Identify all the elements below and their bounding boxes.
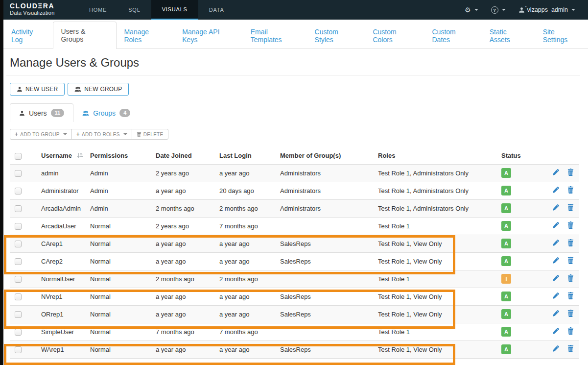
delete-user-button[interactable] — [567, 310, 574, 317]
cell-groups: SalesReps — [276, 252, 374, 270]
nav-item-sql[interactable]: SQL — [118, 0, 151, 20]
row-checkbox[interactable] — [15, 258, 22, 265]
delete-user-button[interactable] — [567, 221, 574, 229]
cell-date-joined: 2 years ago — [152, 217, 215, 235]
delete-user-button[interactable] — [567, 186, 574, 194]
status-badge: A — [501, 327, 511, 337]
edit-user-button[interactable] — [552, 345, 560, 352]
cell-date-joined: 2 months ago — [152, 199, 215, 217]
edit-user-button[interactable] — [552, 327, 560, 335]
table-header-row: Username Permissions Date Joined Last Lo… — [10, 147, 579, 164]
edit-user-button[interactable] — [552, 257, 560, 264]
cell-groups: SalesReps — [276, 235, 374, 252]
nav-item-home[interactable]: HOME — [78, 0, 118, 20]
cell-last-login: a year ago — [215, 235, 276, 252]
table-row: admin Admin 2 years ago a year ago Admin… — [10, 164, 579, 182]
row-checkbox[interactable] — [15, 241, 22, 247]
col-header-groups[interactable]: Member of Group(s) — [276, 147, 374, 164]
cell-permissions: Normal — [86, 305, 152, 323]
row-checkbox[interactable] — [15, 188, 22, 195]
users-group-icon — [74, 86, 81, 92]
cell-roles: Test Role 1, View Only — [374, 235, 497, 252]
col-header-date-joined[interactable]: Date Joined — [152, 147, 215, 164]
top-nav-items: HOME SQL VISUALS DATA — [78, 0, 235, 20]
row-checkbox[interactable] — [15, 223, 22, 230]
subnav-tab-site-settings[interactable]: Site Settings — [536, 23, 588, 49]
row-checkbox[interactable] — [15, 276, 22, 283]
cell-roles: Test Role 1, Administrators Only — [374, 182, 497, 199]
cell-permissions: Normal — [86, 341, 152, 358]
delete-user-button[interactable] — [567, 239, 574, 246]
row-checkbox[interactable] — [15, 346, 22, 353]
nav-item-visuals[interactable]: VISUALS — [151, 0, 198, 20]
row-checkbox[interactable] — [15, 329, 22, 336]
users-table: Username Permissions Date Joined Last Lo… — [10, 147, 579, 359]
cell-last-login: 7 months ago — [215, 323, 276, 341]
edit-user-button[interactable] — [552, 274, 560, 282]
subnav-tab-email-templates[interactable]: Email Templates — [243, 23, 307, 49]
pencil-icon — [552, 346, 560, 354]
cell-last-login: a year ago — [215, 288, 276, 305]
table-row: ArcadiaAdmin Admin 2 months ago 2 months… — [10, 199, 579, 217]
edit-user-button[interactable] — [552, 204, 560, 211]
row-checkbox[interactable] — [15, 293, 22, 300]
help-menu[interactable]: ? — [491, 6, 506, 14]
subnav-tab-custom-styles[interactable]: Custom Styles — [307, 23, 366, 49]
subnav-tab-activity-log[interactable]: Activity Log — [4, 23, 53, 49]
table-row: ArcadiaUser Normal 2 years ago 7 months … — [10, 217, 579, 235]
col-header-username[interactable]: Username — [41, 152, 72, 159]
user-menu[interactable]: * vizapps_admin — [518, 6, 575, 13]
edit-user-button[interactable] — [552, 310, 560, 317]
new-user-label: NEW USER — [25, 86, 58, 93]
settings-menu[interactable]: ⚙ — [465, 6, 478, 13]
cell-last-login: 2 months ago — [215, 270, 276, 288]
row-checkbox[interactable] — [15, 311, 22, 318]
col-header-last-login[interactable]: Last Login — [215, 147, 276, 164]
delete-user-button[interactable] — [567, 274, 574, 282]
delete-user-button[interactable] — [567, 169, 574, 176]
edit-user-button[interactable] — [552, 239, 560, 246]
subnav-tab-users-groups[interactable]: Users & Groups — [53, 22, 117, 49]
delete-user-button[interactable] — [567, 327, 574, 335]
add-to-roles-button[interactable]: + ADD TO ROLES — [71, 129, 132, 140]
add-to-group-label: ADD TO GROUP — [20, 132, 59, 137]
delete-user-button[interactable] — [567, 257, 574, 264]
delete-user-button[interactable] — [567, 204, 574, 211]
table-wrap: Username Permissions Date Joined Last Lo… — [10, 147, 579, 359]
tab-users[interactable]: Users 11 — [10, 103, 73, 122]
pencil-icon — [552, 241, 560, 248]
delete-user-button[interactable] — [567, 292, 574, 299]
add-to-group-button[interactable]: + ADD TO GROUP — [10, 129, 72, 140]
table-row: Administrator Admin a year ago 20 days a… — [10, 182, 579, 199]
edit-user-button[interactable] — [552, 292, 560, 299]
table-body: admin Admin 2 years ago a year ago Admin… — [10, 164, 579, 358]
col-header-permissions[interactable]: Permissions — [86, 147, 152, 164]
tab-users-label: Users — [29, 109, 47, 117]
new-group-button[interactable]: NEW GROUP — [68, 83, 129, 96]
subnav-tab-manage-api-keys[interactable]: Manage API Keys — [175, 23, 243, 49]
col-header-roles[interactable]: Roles — [374, 147, 497, 164]
table-row: ORrep1 Normal a year ago a year ago Sale… — [10, 305, 579, 323]
sort-icon[interactable] — [76, 152, 83, 159]
new-user-button[interactable]: NEW USER — [10, 83, 65, 96]
pencil-icon — [552, 329, 560, 336]
cell-date-joined: a year ago — [152, 182, 215, 199]
delete-user-button[interactable] — [567, 345, 574, 352]
cell-last-login: 7 months ago — [215, 217, 276, 235]
subnav-tab-static-assets[interactable]: Static Assets — [482, 23, 536, 49]
tab-groups[interactable]: Groups 4 — [73, 104, 139, 122]
subnav-tab-custom-dates[interactable]: Custom Dates — [425, 23, 482, 49]
row-checkbox[interactable] — [15, 170, 22, 177]
select-all-checkbox[interactable] — [15, 153, 22, 160]
edit-user-button[interactable] — [552, 186, 560, 194]
edit-user-button[interactable] — [552, 221, 560, 229]
col-header-status[interactable]: Status — [497, 147, 542, 164]
nav-item-data[interactable]: DATA — [198, 0, 235, 20]
edit-user-button[interactable] — [552, 169, 560, 176]
delete-button[interactable]: DELETE — [132, 129, 168, 140]
top-navbar: CLOUDΞRA Data Visualization HOME SQL VIS… — [0, 0, 588, 20]
subnav-tab-manage-roles[interactable]: Manage Roles — [117, 23, 175, 49]
row-checkbox[interactable] — [15, 205, 22, 212]
subnav-tab-custom-colors[interactable]: Custom Colors — [365, 23, 424, 49]
cell-roles: Test Role 1, Administrators Only — [374, 199, 497, 217]
